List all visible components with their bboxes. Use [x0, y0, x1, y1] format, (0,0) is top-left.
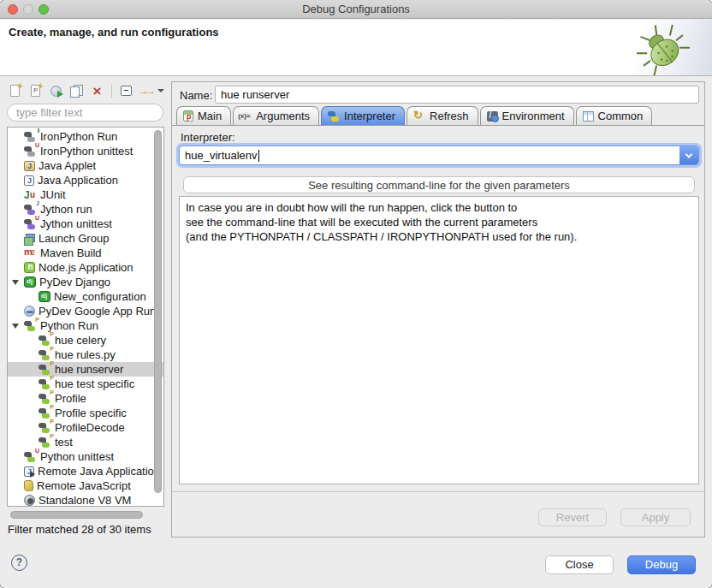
ironpython-run-icon: I: [24, 131, 37, 143]
tree-item-ironpython-run[interactable]: IIronPython Run: [8, 129, 163, 144]
junit-icon: [24, 189, 37, 201]
configuration-panel: Name: Main Arguments Interpreter Refresh: [171, 81, 705, 538]
close-button[interactable]: Close: [545, 555, 614, 574]
toolbar-separator: [111, 84, 112, 98]
duplicate-icon: [70, 85, 83, 98]
python-unittest-icon: U: [24, 451, 37, 463]
export-launch-button[interactable]: [48, 83, 64, 99]
tree-item-pydev-google-app-run[interactable]: PyDev Google App Run: [8, 304, 163, 318]
tree-item-pydev-django[interactable]: PyDev Django: [8, 275, 163, 289]
tree-item-profile-specific[interactable]: PProfile specific: [8, 406, 163, 420]
commandline-info-box[interactable]: In case you are in doubt how will the ru…: [179, 196, 699, 484]
info-line: see the command-line that will be execut…: [186, 215, 692, 229]
python-run-icon: P: [39, 422, 51, 434]
python-run-icon: P: [39, 393, 51, 405]
tree-item-profiledecode[interactable]: PProfileDecode: [8, 420, 163, 435]
interpreter-value: hue_virtualenv: [180, 149, 258, 162]
collapse-all-button[interactable]: −: [118, 83, 134, 99]
export-launch-icon: [50, 86, 62, 97]
tree-item-maven-build[interactable]: Maven Build: [8, 246, 163, 260]
python-run-icon: P: [39, 364, 51, 376]
tree-item-java-applet[interactable]: Java Applet: [8, 158, 163, 173]
common-tab-icon: [583, 111, 594, 122]
apply-button[interactable]: Apply: [620, 508, 691, 526]
arguments-tab-icon: [240, 110, 252, 122]
tree-item-standalone-v8-vm[interactable]: Standalone V8 VM: [8, 493, 163, 507]
debug-button[interactable]: Debug: [627, 555, 696, 574]
tab-strip-divider: [172, 125, 704, 126]
expand-arrow-icon[interactable]: [12, 324, 24, 329]
tab-environment[interactable]: Environment: [480, 106, 574, 125]
launch-toolbar: + P+ × − →→: [7, 82, 164, 99]
tree-item-hue-runserver[interactable]: Phue runserver: [8, 362, 163, 377]
new-launch-configuration-button[interactable]: +: [7, 83, 23, 99]
revert-button[interactable]: Revert: [538, 508, 607, 526]
duplicate-button[interactable]: [68, 83, 85, 99]
tab-common[interactable]: Common: [576, 106, 653, 125]
tree-item-python-run[interactable]: PPython Run: [8, 318, 163, 333]
java-applet-icon: [24, 161, 35, 171]
tree-item-test[interactable]: Ptest: [8, 435, 163, 449]
help-button[interactable]: ?: [11, 555, 27, 571]
python-run-icon: P: [39, 378, 51, 390]
debug-bug-icon: [637, 22, 690, 75]
see-commandline-button[interactable]: See resulting command-line for the given…: [183, 176, 695, 193]
jython-unittest-icon: U: [24, 218, 37, 230]
delete-button[interactable]: ×: [89, 83, 105, 99]
tab-interpreter[interactable]: Interpreter: [321, 106, 405, 125]
tree-item-profile[interactable]: PProfile: [8, 391, 163, 406]
python-run-icon: P: [39, 349, 51, 361]
tree-item-launch-group[interactable]: Launch Group: [8, 231, 163, 246]
tree-item-hue-rules-py[interactable]: Phue rules.py: [8, 347, 163, 362]
filter-input[interactable]: [7, 104, 163, 122]
new-launch-prototype-button[interactable]: P+: [27, 83, 44, 99]
nodejs-application-icon: [24, 262, 35, 273]
tree-item-remote-javascript[interactable]: Remote JavaScript: [8, 478, 163, 493]
page-title: Create, manage, and run configurations: [9, 26, 219, 39]
tab-refresh[interactable]: Refresh: [406, 106, 478, 125]
filter-menu-dropdown-icon: [157, 89, 164, 92]
tree-item-remote-java-application[interactable]: Remote Java Application: [8, 464, 163, 478]
python-run-icon: P: [39, 437, 51, 448]
launch-configuration-tree[interactable]: IIronPython Run UIronPython unittest Jav…: [7, 127, 164, 507]
filter-launch-configurations-icon: →→: [139, 86, 152, 96]
tab-arguments[interactable]: Arguments: [233, 106, 319, 125]
tree-horizontal-scrollbar[interactable]: [10, 511, 143, 519]
tree-item-jython-run[interactable]: JJython run: [8, 202, 163, 217]
maven-build-icon: [24, 247, 37, 259]
text-caret: [258, 150, 259, 162]
filter-status-text: Filter matched 28 of 30 items: [8, 523, 151, 536]
tree-item-ironpython-unittest[interactable]: UIronPython unittest: [8, 144, 163, 158]
collapse-all-icon: −: [121, 86, 132, 96]
refresh-tab-icon: [413, 110, 425, 122]
remote-java-application-icon: [24, 466, 34, 477]
tree-item-python-unittest[interactable]: UPython unittest: [8, 449, 163, 464]
ironpython-unittest-icon: U: [24, 146, 37, 157]
tree-item-jython-unittest[interactable]: UJython unittest: [8, 217, 163, 231]
interpreter-tab-icon: [328, 110, 340, 122]
tree-item-hue-test-specific[interactable]: Phue test specific: [8, 377, 163, 391]
info-line: In case you are in doubt how will the ru…: [186, 200, 692, 215]
environment-tab-icon: [487, 111, 498, 122]
tree-item-java-application[interactable]: Java Application: [8, 173, 163, 187]
tree-item-hue-celery[interactable]: Phue celery: [8, 333, 163, 347]
interpreter-combo[interactable]: hue_virtualenv: [179, 146, 699, 165]
tree-item-new-configuration[interactable]: New_configuration: [8, 289, 163, 304]
filter-menu-button[interactable]: →→: [139, 83, 164, 99]
pydev-django-icon: [24, 276, 36, 288]
name-input[interactable]: [215, 86, 699, 104]
remote-javascript-icon: [24, 479, 33, 491]
tree-item-junit[interactable]: JUnit: [8, 187, 163, 202]
debug-configurations-dialog: Debug Configurations Create, manage, and…: [0, 0, 712, 588]
tree-vertical-scrollbar[interactable]: [154, 130, 162, 493]
django-configuration-icon: [39, 291, 50, 302]
content-bottom-divider: [172, 491, 704, 492]
expand-arrow-icon[interactable]: [12, 280, 24, 285]
title-bar[interactable]: Debug Configurations: [0, 0, 712, 19]
tree-item-nodejs-application[interactable]: Node.js Application: [8, 260, 163, 275]
python-run-icon: P: [39, 335, 51, 347]
python-run-icon: P: [24, 320, 37, 332]
combo-dropdown-button[interactable]: [679, 146, 698, 164]
tab-main[interactable]: Main: [176, 106, 231, 125]
python-run-icon: P: [39, 407, 51, 419]
